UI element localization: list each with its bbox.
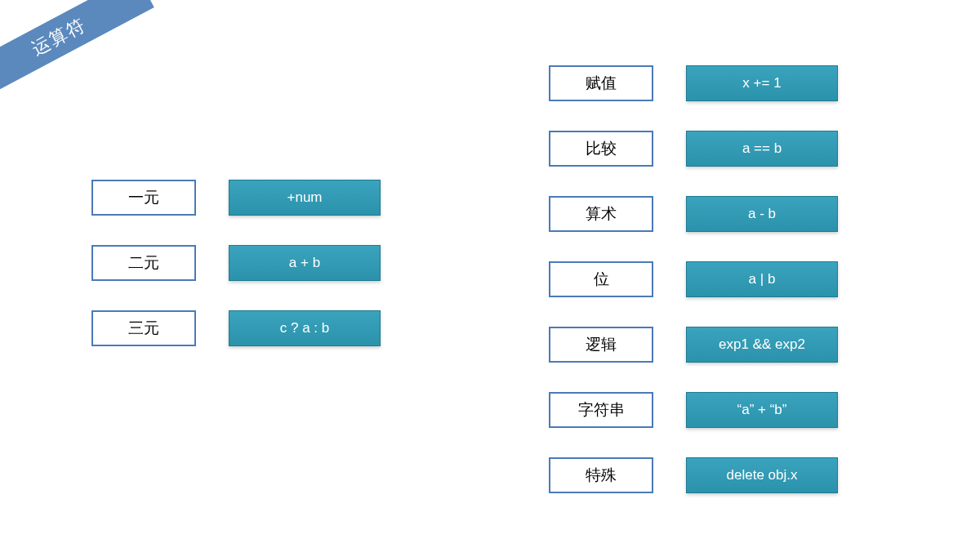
row-special: 特殊 delete obj.x [549,457,838,493]
category-unary: 一元 [91,180,196,216]
example-bitwise: a | b [686,261,838,297]
example-assignment: x += 1 [686,65,838,101]
category-string: 字符串 [549,392,653,428]
category-assignment: 赋值 [549,65,653,101]
category-comparison: 比较 [549,131,653,167]
row-unary: 一元 +num [91,180,381,216]
example-binary: a + b [229,245,381,281]
category-ternary: 三元 [91,310,196,346]
example-arithmetic: a - b [686,196,838,232]
diagram-content: 一元 +num 二元 a + b 三元 c ? a : b 赋值 x += 1 … [0,0,980,539]
right-column: 赋值 x += 1 比较 a == b 算术 a - b 位 a | b 逻辑 … [549,65,838,523]
row-ternary: 三元 c ? a : b [91,310,381,346]
category-arithmetic: 算术 [549,196,653,232]
category-logical: 逻辑 [549,327,653,363]
category-special: 特殊 [549,457,653,493]
row-assignment: 赋值 x += 1 [549,65,838,101]
row-bitwise: 位 a | b [549,261,838,297]
left-column: 一元 +num 二元 a + b 三元 c ? a : b [91,180,381,376]
category-bitwise: 位 [549,261,653,297]
example-string: “a” + “b” [686,392,838,428]
row-arithmetic: 算术 a - b [549,196,838,232]
example-ternary: c ? a : b [229,310,381,346]
category-binary: 二元 [91,245,196,281]
example-special: delete obj.x [686,457,838,493]
example-comparison: a == b [686,131,838,167]
example-logical: exp1 && exp2 [686,327,838,363]
row-string: 字符串 “a” + “b” [549,392,838,428]
row-comparison: 比较 a == b [549,131,838,167]
example-unary: +num [229,180,381,216]
row-logical: 逻辑 exp1 && exp2 [549,327,838,363]
row-binary: 二元 a + b [91,245,381,281]
